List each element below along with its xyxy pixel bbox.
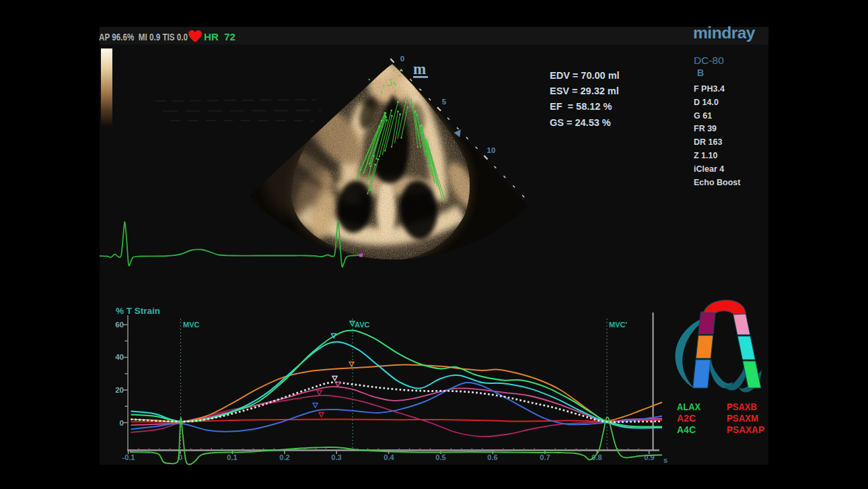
svg-text:ALAX: ALAX: [677, 401, 701, 412]
svg-text:0: 0: [400, 55, 404, 63]
svg-text:F PH3.4: F PH3.4: [694, 84, 725, 94]
svg-text:EDV = 70.00 ml: EDV = 70.00 ml: [550, 70, 620, 81]
svg-text:D 14.0: D 14.0: [694, 98, 719, 107]
svg-text:A4C: A4C: [677, 424, 696, 435]
svg-text:s: s: [663, 456, 667, 464]
svg-text:0.2: 0.2: [279, 453, 289, 461]
svg-text:iClear 4: iClear 4: [694, 164, 724, 174]
svg-text:AVC: AVC: [355, 321, 369, 329]
svg-text:AP 96.6% MI 0.9 TIS 0.0: AP 96.6% MI 0.9 TIS 0.0: [99, 32, 188, 42]
svg-text:MVC: MVC: [183, 321, 200, 329]
svg-text:0.6: 0.6: [487, 453, 497, 461]
svg-text:A2C: A2C: [677, 413, 696, 424]
svg-text:20: 20: [115, 386, 124, 394]
svg-text:Echo Boost: Echo Boost: [694, 178, 741, 187]
svg-text:GS = 24.53 %: GS = 24.53 %: [550, 117, 611, 128]
svg-text:HR 72: HR 72: [204, 32, 236, 42]
svg-text:EF = 58.12 %: EF = 58.12 %: [550, 101, 612, 112]
svg-text:ESV = 29.32 ml: ESV = 29.32 ml: [550, 86, 619, 96]
svg-text:40: 40: [115, 353, 124, 361]
svg-text:0.5: 0.5: [435, 453, 445, 461]
svg-text:0.9: 0.9: [644, 453, 654, 461]
svg-text:MVC': MVC': [609, 321, 627, 329]
svg-text:FR 39: FR 39: [694, 124, 717, 133]
svg-text:mindray: mindray: [693, 24, 756, 42]
svg-text:PSAXAP: PSAXAP: [727, 424, 764, 435]
svg-text:5: 5: [442, 98, 447, 106]
svg-text:PSAXM: PSAXM: [727, 413, 758, 424]
svg-text:DC-80: DC-80: [694, 55, 724, 66]
svg-text:DR 163: DR 163: [694, 137, 722, 147]
svg-text:0.4: 0.4: [384, 453, 394, 461]
svg-text:0.1: 0.1: [227, 453, 237, 461]
svg-text:G 61: G 61: [694, 111, 712, 121]
svg-text:PSAXB: PSAXB: [727, 401, 757, 412]
svg-text:60: 60: [115, 321, 124, 329]
svg-text:m: m: [413, 61, 426, 77]
svg-text:0.3: 0.3: [331, 453, 341, 461]
svg-text:0: 0: [120, 419, 124, 427]
svg-text:0.7: 0.7: [540, 453, 550, 461]
svg-text:% T Strain: % T Strain: [116, 306, 160, 316]
svg-text:B: B: [697, 67, 704, 78]
svg-text:-0.1: -0.1: [122, 453, 135, 461]
svg-text:10: 10: [487, 146, 496, 154]
svg-text:Z 1.10: Z 1.10: [694, 151, 717, 160]
